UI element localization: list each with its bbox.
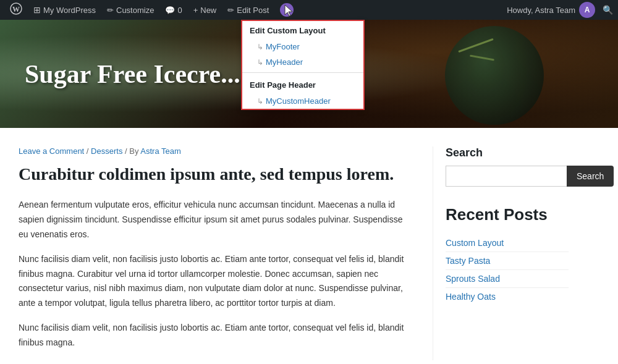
recent-post-link-1[interactable]: Custom Layout <box>446 238 504 248</box>
adminbar-site-name: My WordPress <box>43 6 96 15</box>
recent-post-link-4[interactable]: Healthy Oats <box>446 292 496 302</box>
post-content: Aenean fermentum vulputate eros, efficit… <box>19 198 408 350</box>
adminbar-comments[interactable]: 💬 0 <box>160 0 187 20</box>
sub-arrow-icon-3: ↳ <box>257 97 263 106</box>
dropdown-myfooter[interactable]: ↳ MyFooter <box>242 39 363 54</box>
astra-icon: A <box>280 3 294 17</box>
edit-post-icon: ✏ <box>227 6 234 15</box>
edit-page-header-link[interactable]: Edit Page Header <box>242 75 363 93</box>
comments-icon: 💬 <box>165 6 175 15</box>
sub-arrow-icon: ↳ <box>257 43 263 51</box>
list-item: Sprouts Salad <box>446 270 569 288</box>
list-item: Healthy Oats <box>446 288 569 305</box>
dropdown-divider <box>242 72 363 73</box>
leave-comment-link[interactable]: Leave a Comment <box>19 146 84 156</box>
edit-custom-layout-link[interactable]: Edit Custom Layout <box>242 21 363 39</box>
adminbar-wp-logo[interactable]: W <box>5 0 27 20</box>
wp-icon: W <box>10 2 22 17</box>
post-meta: Leave a Comment / Desserts / By Astra Te… <box>19 146 408 156</box>
svg-text:W: W <box>12 5 20 14</box>
recent-post-link-2[interactable]: Tasty Pasta <box>446 256 490 266</box>
list-item: Custom Layout <box>446 234 569 252</box>
search-form: Search <box>446 166 569 187</box>
recent-posts-list: Custom Layout Tasty Pasta Sprouts Salad … <box>446 234 569 305</box>
customize-icon: ✏ <box>107 6 114 15</box>
adminbar-right: Howdy, Astra Team A 🔍 <box>507 2 613 18</box>
sub-arrow-icon-2: ↳ <box>257 58 263 67</box>
search-input[interactable] <box>446 166 567 187</box>
adminbar-search-icon[interactable]: 🔍 <box>603 5 613 15</box>
search-button[interactable]: Search <box>567 166 614 187</box>
page-header-sub-items: ↳ MyCustomHeader <box>242 93 363 109</box>
hero-image <box>445 26 544 125</box>
content-area: Leave a Comment / Desserts / By Astra Te… <box>0 128 618 364</box>
dropdown-myheader[interactable]: ↳ MyHeader <box>242 54 363 70</box>
dropdown-menu: Edit Custom Layout ↳ MyFooter ↳ MyHeader… <box>241 20 365 110</box>
post-paragraph-3: Nunc facilisis diam velit, non facilisis… <box>19 321 408 350</box>
adminbar-site-icon: ⊞ <box>33 5 41 15</box>
custom-layout-sub-items: ↳ MyFooter ↳ MyHeader <box>242 39 363 70</box>
hero-title: Sugar Free Icecre... <box>25 59 240 89</box>
author-link[interactable]: Astra Team <box>140 146 181 156</box>
new-icon: + <box>193 6 198 15</box>
adminbar-left: W ⊞ My WordPress ✏ Customize 💬 0 + New ✏… <box>5 0 507 20</box>
sidebar-recent-posts-title: Recent Posts <box>446 205 569 224</box>
adminbar-edit-post[interactable]: ✏ Edit Post <box>222 0 274 20</box>
avatar: A <box>579 2 595 18</box>
sidebar: Search Search Recent Posts Custom Layout… <box>433 146 569 360</box>
post-title: Curabitur coldimen ipsum ante, sed tempu… <box>19 163 408 185</box>
adminbar-customize[interactable]: ✏ Customize <box>102 0 159 20</box>
list-item: Tasty Pasta <box>446 252 569 270</box>
post-paragraph-1: Aenean fermentum vulputate eros, efficit… <box>19 198 408 242</box>
adminbar-new[interactable]: + New <box>188 0 222 20</box>
recent-post-link-3[interactable]: Sprouts Salad <box>446 274 500 284</box>
admin-bar: W ⊞ My WordPress ✏ Customize 💬 0 + New ✏… <box>0 0 618 20</box>
adminbar-howdy[interactable]: Howdy, Astra Team A <box>507 2 595 18</box>
main-content: Leave a Comment / Desserts / By Astra Te… <box>19 146 433 360</box>
post-paragraph-2: Nunc facilisis diam velit, non facilisis… <box>19 252 408 311</box>
adminbar-astra-icon[interactable]: A <box>275 0 298 20</box>
category-link[interactable]: Desserts <box>91 146 122 156</box>
adminbar-my-wordpress[interactable]: ⊞ My WordPress <box>28 0 101 20</box>
sidebar-search-label: Search <box>446 146 569 159</box>
dropdown-mycustomheader[interactable]: ↳ MyCustomHeader <box>242 93 363 109</box>
